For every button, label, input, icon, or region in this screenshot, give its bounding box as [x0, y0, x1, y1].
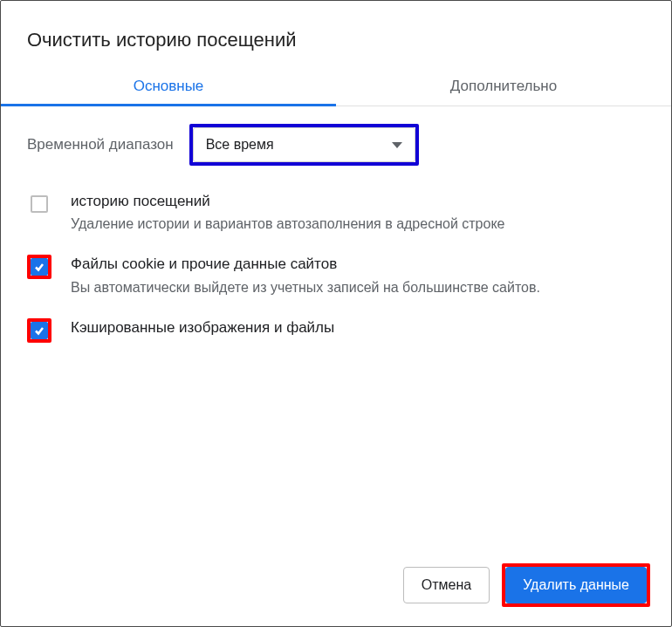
option-text-cookies: Файлы cookie и прочие данные сайтов Вы а…: [71, 255, 540, 296]
checkbox-cache[interactable]: [31, 322, 48, 339]
time-range-highlight: Все время: [189, 124, 419, 166]
chevron-down-icon: [392, 142, 402, 148]
checkbox-wrap-cache: [27, 318, 51, 343]
option-title-cache: Кэшированные изображения и файлы: [71, 318, 334, 337]
checkbox-wrap-history: [27, 192, 51, 216]
dialog-body: Временной диапазон Все время историю пос…: [1, 106, 671, 343]
clear-browsing-data-dialog: Очистить историю посещений Основные Допо…: [0, 0, 672, 627]
option-sub-history: Удаление истории и вариантов автозаполне…: [71, 215, 504, 234]
tab-advanced[interactable]: Дополнительно: [336, 67, 671, 106]
option-cookies: Файлы cookie и прочие данные сайтов Вы а…: [27, 255, 645, 296]
time-range-row: Временной диапазон Все время: [27, 124, 645, 166]
option-browsing-history: историю посещений Удаление истории и вар…: [27, 192, 645, 234]
time-range-select[interactable]: Все время: [193, 127, 415, 162]
time-range-value: Все время: [206, 137, 274, 153]
check-icon: [34, 262, 45, 272]
checkbox-history[interactable]: [31, 195, 48, 213]
checkbox-cookies[interactable]: [31, 258, 48, 276]
option-text-cache: Кэшированные изображения и файлы: [71, 318, 334, 337]
option-title-history: историю посещений: [71, 192, 504, 211]
time-range-label: Временной диапазон: [27, 136, 174, 153]
confirm-button-highlight: Удалить данные: [502, 563, 650, 607]
option-title-cookies: Файлы cookie и прочие данные сайтов: [71, 255, 540, 274]
option-text-history: историю посещений Удаление истории и вар…: [71, 192, 504, 234]
checkbox-wrap-cookies: [27, 255, 51, 279]
dialog-footer: Отмена Удалить данные: [403, 563, 650, 607]
option-sub-cookies: Вы автоматически выйдете из учетных запи…: [71, 278, 540, 297]
tab-basic[interactable]: Основные: [1, 67, 336, 106]
check-icon: [34, 325, 45, 336]
option-cache: Кэшированные изображения и файлы: [27, 318, 645, 343]
tabs: Основные Дополнительно: [1, 67, 671, 106]
confirm-button[interactable]: Удалить данные: [505, 567, 647, 603]
dialog-title: Очистить историю посещений: [1, 1, 671, 67]
cancel-button[interactable]: Отмена: [403, 567, 490, 603]
